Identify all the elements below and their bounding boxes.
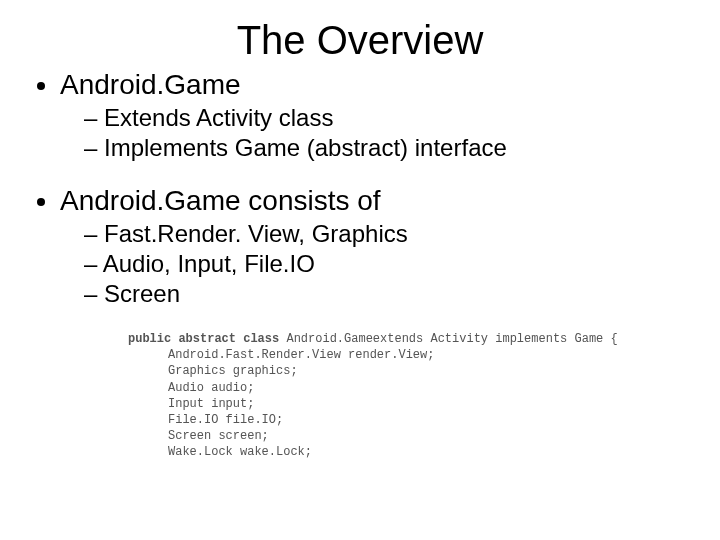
code-block: public abstract class Android.Gameextend… [128, 331, 692, 461]
code-line-6: Screen screen; [128, 428, 692, 444]
code-line-2: Graphics graphics; [128, 363, 692, 379]
code-line-4: Input input; [128, 396, 692, 412]
code-keywords: public abstract class [128, 332, 279, 346]
code-decl: public abstract class Android.Gameextend… [128, 332, 618, 346]
bullet-2-text: Android.Game consists of [60, 185, 381, 216]
slide: The Overview Android.Game Extends Activi… [0, 0, 720, 540]
code-line-1: Android.Fast.Render.View render.View; [128, 347, 692, 363]
bullet-2-sub-3: Screen [84, 279, 692, 309]
bullet-2-sublist: Fast.Render. View, Graphics Audio, Input… [60, 219, 692, 309]
code-decl-rest: Android.Gameextends Activity implements … [279, 332, 617, 346]
bullet-1-sub-1: Extends Activity class [84, 103, 692, 133]
code-line-3: Audio audio; [128, 380, 692, 396]
bullet-list: Android.Game Extends Activity class Impl… [28, 69, 692, 309]
code-line-5: File.IO file.IO; [128, 412, 692, 428]
bullet-1-sublist: Extends Activity class Implements Game (… [60, 103, 692, 163]
bullet-1-sub-2: Implements Game (abstract) interface [84, 133, 692, 163]
code-line-7: Wake.Lock wake.Lock; [128, 444, 692, 460]
bullet-1-text: Android.Game [60, 69, 241, 100]
bullet-2-sub-2: Audio, Input, File.IO [84, 249, 692, 279]
bullet-1: Android.Game Extends Activity class Impl… [60, 69, 692, 163]
slide-title: The Overview [28, 18, 692, 63]
bullet-2-sub-1: Fast.Render. View, Graphics [84, 219, 692, 249]
bullet-2: Android.Game consists of Fast.Render. Vi… [60, 185, 692, 309]
